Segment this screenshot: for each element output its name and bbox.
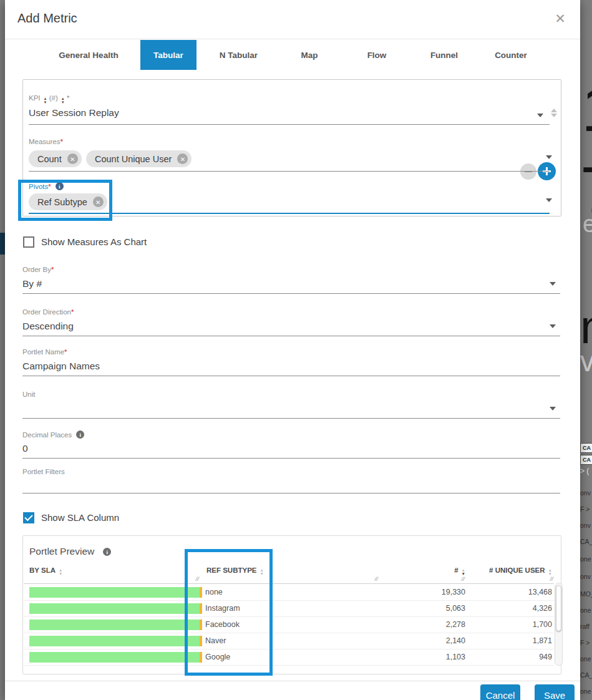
unit-label: Unit — [22, 391, 35, 398]
order-direction-label: Order Direction* — [22, 308, 74, 316]
background-list-fragment: one — [580, 655, 591, 663]
sla-bar-tip — [200, 636, 202, 646]
background-list-fragment: onv — [580, 573, 591, 580]
sla-bar-tip — [200, 587, 202, 598]
info-icon[interactable] — [56, 182, 64, 190]
measure-chip-count-unique-user[interactable]: Count Unique User — [86, 150, 192, 167]
cell-count: 2,278 — [403, 620, 465, 629]
kpi-reorder-spinner[interactable] — [551, 109, 557, 117]
table-scrollbar[interactable] — [555, 583, 563, 666]
portlet-name-label: Portlet Name* — [22, 348, 67, 356]
column-resize-handle[interactable] — [550, 576, 554, 582]
row-divider — [24, 616, 554, 617]
pivots-underline-focused — [29, 213, 550, 214]
table-header-divider — [24, 583, 554, 584]
cancel-button[interactable]: Cancel — [480, 684, 520, 700]
footer-divider — [5, 681, 580, 681]
background-text-fragment: ve — [580, 347, 592, 376]
sla-bar — [29, 652, 202, 663]
column-header-count[interactable]: #▲▼ — [422, 566, 465, 575]
tab-map[interactable]: Map — [282, 40, 337, 70]
portlet-filters-underline — [22, 493, 560, 493]
background-list-fragment: one — [580, 606, 591, 614]
pivots-label: Pivots* — [29, 182, 64, 190]
decimal-places-underline — [22, 458, 560, 459]
chevron-down-icon[interactable] — [550, 324, 556, 328]
column-resize-handle[interactable] — [374, 576, 379, 582]
scrollbar-thumb[interactable] — [556, 585, 561, 631]
cell-ref-subtype: none — [205, 588, 223, 596]
row-divider — [24, 665, 554, 666]
portlet-preview-card: Portlet Preview BY SLA▲▼ REF SUBTYPE▲▼ #… — [22, 535, 561, 674]
sla-bar — [29, 636, 202, 646]
tab-flow[interactable]: Flow — [349, 40, 404, 70]
background-text-fragment: > ( — [580, 467, 589, 475]
column-header-ref-subtype[interactable]: REF SUBTYPE▲▼ — [206, 566, 264, 575]
background-list-fragment: MO_ — [580, 590, 592, 598]
pivot-chip-ref-subtype[interactable]: Ref Subtype — [29, 193, 107, 210]
decimal-places-input[interactable]: 0 — [22, 443, 28, 454]
sort-icon[interactable]: ▲▼ — [44, 97, 47, 104]
chevron-down-icon[interactable] — [550, 407, 556, 411]
remove-chip-icon[interactable] — [67, 153, 78, 164]
show-sla-column-checkbox[interactable] — [23, 512, 34, 523]
kpi-select-value[interactable]: User Session Replay — [29, 107, 119, 119]
screen: 1 7 e n ve CA CA > ( onv F > onv CA_ one… — [0, 0, 592, 700]
kpi-label: KPI▲▼ (#)▲▼ * — [29, 94, 69, 104]
background-chip-fragment: CA — [580, 455, 592, 465]
background-chip-fragment: CA — [580, 443, 592, 453]
cell-unique-user: 13,468 — [490, 588, 552, 596]
tab-tabular[interactable]: Tabular — [140, 40, 197, 70]
kpi-card: KPI▲▼ (#)▲▼ * User Session Replay Measur… — [22, 79, 561, 216]
chevron-down-icon[interactable] — [550, 282, 556, 286]
portlet-name-input[interactable]: Campaign Names — [22, 361, 100, 372]
background-big-letter: n — [580, 303, 592, 351]
remove-kpi-button[interactable] — [520, 163, 536, 180]
show-measures-as-chart-checkbox[interactable] — [23, 236, 34, 248]
remove-chip-icon[interactable] — [93, 197, 104, 207]
cell-count: 2,140 — [403, 636, 465, 645]
unit-underline — [22, 418, 560, 419]
order-by-underline — [22, 293, 560, 294]
order-by-value[interactable]: By # — [22, 278, 42, 289]
save-button[interactable]: Save — [535, 684, 575, 700]
cell-count: 19,330 — [403, 588, 465, 596]
background-list-fragment: CA_ — [580, 538, 592, 545]
show-sla-column-label: Show SLA Column — [41, 512, 119, 523]
background-list-fragment: one — [580, 688, 591, 695]
column-resize-handle[interactable] — [461, 576, 465, 582]
column-header-unique-user[interactable]: # UNIQUE USER▲▼ — [466, 566, 552, 575]
sort-icon[interactable]: ▲▼ — [59, 568, 62, 575]
background-sidebar-fragment — [0, 233, 5, 255]
portlet-name-underline — [22, 376, 560, 376]
remove-chip-icon[interactable] — [177, 153, 188, 164]
chevron-down-icon[interactable] — [546, 155, 552, 159]
decimal-places-label: Decimal Places — [22, 430, 84, 439]
tab-counter[interactable]: Counter — [483, 40, 538, 70]
measure-chip-count[interactable]: Count — [29, 150, 82, 167]
sort-icon[interactable]: ▲▼ — [548, 568, 552, 575]
tab-funnel[interactable]: Funnel — [417, 40, 472, 70]
cell-ref-subtype: Instagram — [205, 604, 240, 613]
cell-unique-user: 1,700 — [490, 620, 552, 629]
column-header-by-sla[interactable]: BY SLA▲▼ — [29, 566, 62, 575]
sort-icon[interactable]: ▲▼ — [260, 568, 264, 575]
cell-unique-user: 4,326 — [490, 604, 552, 613]
sla-bar-tip — [200, 603, 202, 614]
tab-n-tabular[interactable]: N Tabular — [206, 40, 271, 70]
close-icon[interactable] — [549, 7, 571, 30]
chevron-down-icon[interactable] — [546, 198, 552, 202]
cell-ref-subtype: Facebook — [205, 620, 240, 629]
background-overlay-left — [0, 0, 5, 700]
sort-icon[interactable]: ▲▼ — [61, 97, 65, 104]
column-resize-handle[interactable] — [195, 576, 200, 582]
sla-bar — [29, 587, 202, 598]
sla-bar — [29, 620, 202, 630]
info-icon[interactable] — [76, 430, 84, 439]
sort-icon-descending[interactable]: ▲▼ — [462, 568, 465, 575]
order-direction-value[interactable]: Descending — [22, 321, 74, 332]
info-icon[interactable] — [103, 548, 111, 556]
order-by-label: Order By* — [22, 266, 54, 273]
tab-general-health[interactable]: General Health — [42, 40, 135, 70]
chevron-down-icon[interactable] — [537, 114, 543, 117]
